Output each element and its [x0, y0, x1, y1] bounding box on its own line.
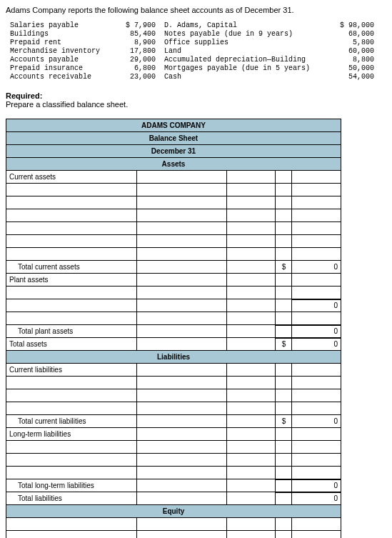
input-cell[interactable] [292, 364, 341, 377]
input-cell[interactable] [226, 415, 276, 428]
input-cell[interactable] [226, 389, 276, 402]
input-cell[interactable] [226, 531, 276, 539]
input-cell[interactable] [292, 454, 341, 467]
input-cell[interactable] [6, 454, 137, 467]
input-cell[interactable] [276, 171, 292, 184]
input-cell[interactable] [137, 479, 227, 492]
input-cell[interactable] [276, 389, 292, 402]
input-cell[interactable] [137, 299, 227, 312]
input-cell[interactable] [292, 467, 341, 479]
input-cell[interactable] [292, 248, 341, 261]
input-cell[interactable] [137, 338, 227, 351]
input-cell[interactable] [276, 299, 292, 312]
input-cell[interactable] [6, 531, 137, 539]
input-cell[interactable] [276, 518, 292, 531]
input-cell[interactable] [292, 312, 341, 325]
input-cell[interactable] [226, 248, 276, 261]
input-cell[interactable] [6, 402, 137, 415]
input-cell[interactable] [137, 492, 227, 505]
input-cell[interactable] [276, 235, 292, 248]
input-cell[interactable] [137, 222, 227, 235]
input-cell[interactable] [276, 222, 292, 235]
input-cell[interactable] [276, 312, 292, 325]
input-cell[interactable] [137, 261, 227, 274]
input-cell[interactable] [6, 287, 137, 299]
input-cell[interactable] [137, 235, 227, 248]
input-cell[interactable] [226, 454, 276, 467]
input-cell[interactable] [137, 364, 227, 377]
input-cell[interactable] [226, 222, 276, 235]
input-cell[interactable] [137, 325, 227, 338]
input-cell[interactable] [226, 325, 276, 338]
input-cell[interactable] [6, 235, 137, 248]
input-cell[interactable] [226, 287, 276, 299]
input-cell[interactable] [292, 402, 341, 415]
input-cell[interactable] [137, 196, 227, 209]
input-cell[interactable] [292, 518, 341, 531]
input-cell[interactable] [226, 467, 276, 479]
input-cell[interactable] [292, 274, 341, 287]
input-cell[interactable] [226, 209, 276, 222]
input-cell[interactable] [226, 184, 276, 196]
input-cell[interactable] [292, 196, 341, 209]
input-cell[interactable] [137, 428, 227, 441]
input-cell[interactable] [226, 312, 276, 325]
input-cell[interactable] [137, 184, 227, 196]
input-cell[interactable] [226, 479, 276, 492]
input-cell[interactable] [226, 428, 276, 441]
input-cell[interactable] [226, 196, 276, 209]
input-cell[interactable] [137, 454, 227, 467]
input-cell[interactable] [6, 299, 137, 312]
input-cell[interactable] [276, 454, 292, 467]
input-cell[interactable] [6, 377, 137, 389]
input-cell[interactable] [292, 428, 341, 441]
input-cell[interactable] [226, 171, 276, 184]
input-cell[interactable] [226, 235, 276, 248]
input-cell[interactable] [226, 299, 276, 312]
input-cell[interactable] [137, 402, 227, 415]
input-cell[interactable] [292, 441, 341, 454]
input-cell[interactable] [292, 184, 341, 196]
input-cell[interactable] [226, 364, 276, 377]
input-cell[interactable] [137, 209, 227, 222]
input-cell[interactable] [276, 287, 292, 299]
input-cell[interactable] [137, 287, 227, 299]
input-cell[interactable] [276, 402, 292, 415]
input-cell[interactable] [226, 274, 276, 287]
input-cell[interactable] [137, 171, 227, 184]
input-cell[interactable] [6, 389, 137, 402]
input-cell[interactable] [292, 209, 341, 222]
input-cell[interactable] [292, 531, 341, 539]
input-cell[interactable] [276, 248, 292, 261]
input-cell[interactable] [226, 261, 276, 274]
input-cell[interactable] [292, 171, 341, 184]
input-cell[interactable] [6, 184, 137, 196]
input-cell[interactable] [137, 377, 227, 389]
input-cell[interactable] [6, 196, 137, 209]
input-cell[interactable] [276, 467, 292, 479]
input-cell[interactable] [292, 287, 341, 299]
input-cell[interactable] [6, 312, 137, 325]
input-cell[interactable] [292, 389, 341, 402]
input-cell[interactable] [276, 274, 292, 287]
input-cell[interactable] [6, 248, 137, 261]
input-cell[interactable] [276, 196, 292, 209]
input-cell[interactable] [276, 184, 292, 196]
input-cell[interactable] [6, 209, 137, 222]
input-cell[interactable] [276, 325, 292, 338]
input-cell[interactable] [226, 492, 276, 505]
input-cell[interactable] [137, 441, 227, 454]
input-cell[interactable] [292, 377, 341, 389]
input-cell[interactable] [137, 467, 227, 479]
input-cell[interactable] [6, 222, 137, 235]
input-cell[interactable] [6, 467, 137, 479]
input-cell[interactable] [276, 492, 292, 505]
input-cell[interactable] [276, 441, 292, 454]
input-cell[interactable] [137, 274, 227, 287]
input-cell[interactable] [226, 402, 276, 415]
input-cell[interactable] [226, 518, 276, 531]
input-cell[interactable] [137, 248, 227, 261]
input-cell[interactable] [226, 338, 276, 351]
input-cell[interactable] [137, 518, 227, 531]
input-cell[interactable] [276, 531, 292, 539]
